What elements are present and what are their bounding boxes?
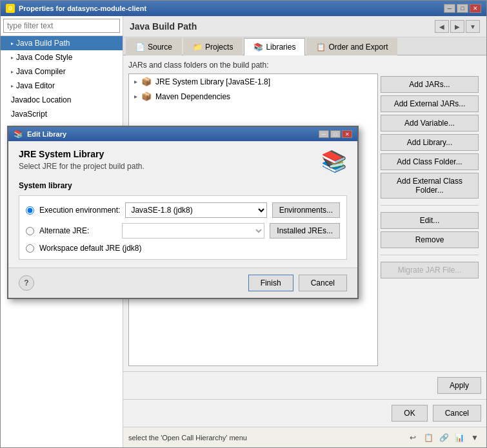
window-title: Properties for datasync-module-client	[19, 5, 146, 12]
dialog-minimize-button[interactable]: ─	[319, 130, 329, 138]
title-bar: ⚙ Properties for datasync-module-client …	[1, 1, 486, 16]
workspace-jre-radio[interactable]	[26, 244, 34, 253]
alternate-jre-label: Alternate JRE:	[39, 226, 117, 235]
main-window: ⚙ Properties for datasync-module-client …	[0, 0, 487, 448]
dialog-footer: ? Finish Cancel	[8, 268, 357, 298]
installed-jres-button[interactable]: Installed JREs...	[270, 223, 340, 239]
workspace-jre-label: Workspace default JRE (jdk8)	[39, 244, 142, 253]
dialog-title-left: 📚 Edit Library	[14, 130, 66, 139]
dialog-title: Edit Library	[27, 130, 66, 138]
window-icon: ⚙	[6, 4, 15, 13]
system-library-label: System library	[19, 181, 347, 190]
dialog-header: JRE System Library Select JRE for the pr…	[19, 149, 347, 173]
execution-env-select[interactable]: JavaSE-1.8 (jdk8)	[125, 202, 266, 218]
dialog-title-bar: 📚 Edit Library ─ □ ✕	[8, 127, 357, 141]
execution-env-label: Execution environment:	[39, 206, 120, 215]
dialog-cancel-button[interactable]: Cancel	[299, 275, 347, 291]
execution-env-row: Execution environment: JavaSE-1.8 (jdk8)…	[26, 202, 340, 218]
dialog-action-buttons: Finish Cancel	[248, 275, 347, 291]
environments-button[interactable]: Environments...	[272, 202, 340, 218]
close-button[interactable]: ✕	[470, 4, 481, 13]
dialog-icon-small: 📚	[14, 130, 23, 139]
alternate-jre-radio[interactable]	[26, 227, 34, 235]
help-button[interactable]: ?	[19, 275, 34, 291]
finish-button[interactable]: Finish	[248, 275, 293, 291]
dialog-header-desc: Select JRE for the project build path.	[19, 162, 144, 171]
jre-books-icon: 📚	[321, 149, 347, 173]
dialog-overlay: 📚 Edit Library ─ □ ✕ JRE System Library …	[1, 16, 486, 447]
dialog-maximize-button[interactable]: □	[330, 130, 341, 138]
dialog-content: JRE System Library Select JRE for the pr…	[8, 141, 357, 268]
dialog-close-button[interactable]: ✕	[342, 130, 352, 138]
title-bar-left: ⚙ Properties for datasync-module-client	[6, 4, 146, 13]
edit-library-dialog: 📚 Edit Library ─ □ ✕ JRE System Library …	[7, 126, 359, 299]
maximize-button[interactable]: □	[457, 4, 468, 13]
minimize-button[interactable]: ─	[444, 4, 455, 13]
alternate-jre-select[interactable]	[122, 223, 264, 239]
radio-group: Execution environment: JavaSE-1.8 (jdk8)…	[19, 195, 347, 260]
workspace-jre-row: Workspace default JRE (jdk8)	[26, 244, 340, 253]
execution-env-radio[interactable]	[26, 206, 34, 215]
dialog-header-text: JRE System Library Select JRE for the pr…	[19, 149, 144, 171]
title-buttons: ─ □ ✕	[444, 4, 481, 13]
alternate-jre-row: Alternate JRE: Installed JREs...	[26, 223, 340, 239]
dialog-title-buttons: ─ □ ✕	[319, 130, 352, 138]
dialog-header-title: JRE System Library	[19, 149, 144, 159]
